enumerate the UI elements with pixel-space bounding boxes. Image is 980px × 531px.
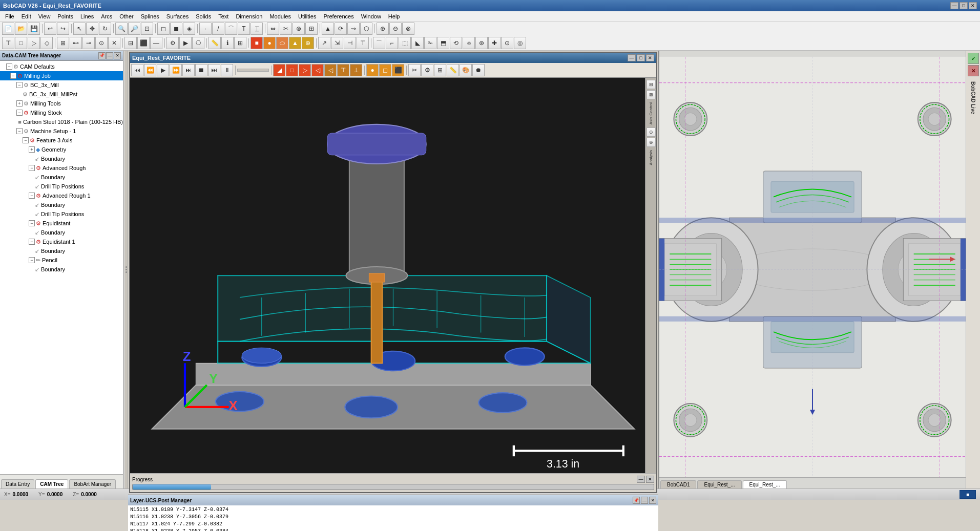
- tb-open[interactable]: 📂: [15, 23, 27, 35]
- sim-shade[interactable]: ●: [366, 64, 379, 76]
- tb2-info[interactable]: ℹ: [221, 37, 234, 49]
- menu-surfaces[interactable]: Surfaces: [163, 12, 192, 20]
- cam-tree-minimize-btn[interactable]: —: [106, 52, 113, 59]
- tb2-distribute[interactable]: ⊤: [357, 37, 369, 49]
- sim-record[interactable]: ⏺: [472, 64, 485, 76]
- tb-boolean-add[interactable]: ⊕: [377, 23, 389, 35]
- sim-view-right[interactable]: ▷: [299, 64, 311, 76]
- menu-points[interactable]: Points: [54, 12, 76, 20]
- tb-zoom-in[interactable]: 🔍: [115, 23, 128, 35]
- menu-file[interactable]: File: [2, 12, 17, 20]
- tree-bc3x-millpst[interactable]: ⚙ BC_3x_Mill_MillPst: [0, 90, 123, 99]
- tree-milling-tools-expand[interactable]: +: [16, 100, 23, 107]
- tab-cam-tree[interactable]: CAM Tree: [35, 479, 68, 488]
- nc-pin-btn[interactable]: 📌: [633, 497, 640, 504]
- tb2-simulate[interactable]: ▶: [179, 37, 192, 49]
- menu-modules[interactable]: Modules: [266, 12, 294, 20]
- tb-line[interactable]: /: [212, 23, 224, 35]
- menu-dimension[interactable]: Dimension: [233, 12, 265, 20]
- tb2-view-iso[interactable]: ◇: [40, 37, 53, 49]
- tb-mirror[interactable]: ⇔: [267, 23, 279, 35]
- tree-bc3x-mill-expand[interactable]: −: [16, 82, 23, 88]
- tree-machine-setup[interactable]: − ⚙ Machine Setup - 1: [0, 126, 123, 136]
- left-center-splitter[interactable]: [124, 51, 128, 488]
- tb2-deform[interactable]: ⌾: [463, 37, 475, 49]
- tb-shade[interactable]: ◼: [170, 23, 182, 35]
- tb2-view-side[interactable]: ▷: [28, 37, 40, 49]
- tb-render[interactable]: ◈: [183, 23, 195, 35]
- sim-fast-forward[interactable]: ⏭: [208, 64, 220, 76]
- tb-dim[interactable]: ⌶: [251, 23, 263, 35]
- sim-view-back[interactable]: ◁: [311, 64, 324, 76]
- tree-bc3x-mill[interactable]: − ⚙ BC_3x_Mill: [0, 80, 123, 90]
- sim-viewport[interactable]: X Z Y 3.13 in ⊞ ⊠ Axis Control ⊙ ⊚ An: [130, 78, 656, 473]
- menu-solids[interactable]: Solids: [193, 12, 214, 20]
- tree-adv-rough-expand[interactable]: −: [29, 165, 35, 171]
- tb2-scale[interactable]: ⇲: [331, 37, 343, 49]
- vp-tab-equi2[interactable]: Equi_Rest_...: [743, 480, 787, 488]
- tb-zoom-out[interactable]: 🔎: [128, 23, 140, 35]
- tb2-snap-grid[interactable]: ⊞: [57, 37, 69, 49]
- sim-view-left[interactable]: ◁: [324, 64, 337, 76]
- maximize-button[interactable]: □: [960, 2, 968, 9]
- tb2-view-front[interactable]: □: [15, 37, 27, 49]
- tb-wire[interactable]: ◻: [157, 23, 170, 35]
- tb-boolean-int[interactable]: ⊗: [402, 23, 414, 35]
- tree-milling-job-expand[interactable]: −: [10, 73, 16, 79]
- vp-tab-bobcad1[interactable]: BobCAD1: [660, 480, 696, 488]
- tb2-snap-end[interactable]: ⊷: [70, 37, 82, 49]
- tree-drill-tip-1[interactable]: ↙ Drill Tip Positions: [0, 182, 123, 191]
- sim-minimize-btn[interactable]: —: [628, 54, 636, 61]
- tree-milling-job[interactable]: − ⚙ Milling Job: [0, 71, 123, 80]
- tb2-solid-sph[interactable]: ●: [263, 37, 276, 49]
- sim-compare[interactable]: ⊞: [434, 64, 446, 76]
- progress-minimize[interactable]: —: [637, 476, 645, 483]
- nc-min-btn[interactable]: —: [641, 497, 648, 504]
- tree-milling-tools[interactable]: + ⚙ Milling Tools: [0, 99, 123, 108]
- tb2-snap-int[interactable]: ✕: [108, 37, 120, 49]
- sim-view-iso[interactable]: ◢: [273, 64, 285, 76]
- right-cad-viewport[interactable]: BobCAD1 Equi_Rest_... Equi_Rest_...: [659, 51, 966, 488]
- tree-boundary-6[interactable]: ↙ Boundary: [0, 265, 123, 274]
- menu-preferences[interactable]: Preferences: [320, 12, 357, 20]
- sim-close-btn[interactable]: ✕: [646, 54, 654, 61]
- tb2-shell[interactable]: ⬚: [399, 37, 411, 49]
- sim-forward-end[interactable]: ⏭: [182, 64, 195, 76]
- tb2-solid-cyl[interactable]: ⬭: [276, 37, 288, 49]
- sim-step-forward[interactable]: ⏩: [170, 64, 182, 76]
- rs-checkmark[interactable]: ✓: [968, 53, 979, 64]
- tb-rotate[interactable]: ↻: [99, 23, 111, 35]
- sim-cut-sim[interactable]: ✂: [408, 64, 421, 76]
- tree-equidistant-expand[interactable]: −: [29, 220, 35, 226]
- tree-boundary-4[interactable]: ↙ Boundary: [0, 228, 123, 237]
- cam-tree-pin-btn[interactable]: 📌: [98, 52, 106, 59]
- minimize-button[interactable]: —: [950, 2, 958, 9]
- sim-rewind-start[interactable]: ⏮: [131, 64, 143, 76]
- tb2-layer[interactable]: ⊟: [124, 37, 137, 49]
- rs-close[interactable]: ✕: [968, 65, 979, 76]
- tb-extrude[interactable]: ▲: [322, 23, 334, 35]
- nc-code-content[interactable]: N15115 X1.0189 Y-7.3147 Z-0.0374N15116 X…: [128, 505, 658, 531]
- tree-machine-setup-expand[interactable]: −: [16, 128, 23, 134]
- sim-wire[interactable]: ◻: [379, 64, 391, 76]
- sim-stop[interactable]: ⏹: [195, 64, 207, 76]
- tab-data-entry[interactable]: Data Entry: [1, 479, 34, 488]
- tb-undo[interactable]: ↩: [44, 23, 56, 35]
- vp-tab-equi1[interactable]: Equi_Rest_...: [697, 480, 741, 488]
- tb2-heal[interactable]: ✚: [488, 37, 501, 49]
- tree-boundary-2[interactable]: ↙ Boundary: [0, 173, 123, 182]
- menu-edit[interactable]: Edit: [18, 12, 34, 20]
- sim-step-back[interactable]: ⏪: [144, 64, 156, 76]
- sim-view-front[interactable]: □: [286, 64, 298, 76]
- tree-feature-3axis-expand[interactable]: −: [23, 137, 29, 143]
- menu-arcs[interactable]: Arcs: [98, 12, 115, 20]
- sim-timeline[interactable]: [237, 69, 269, 72]
- tb-revolve[interactable]: ⟳: [335, 23, 347, 35]
- tb-offset[interactable]: ⊜: [293, 23, 305, 35]
- tree-adv-rough-1-expand[interactable]: −: [29, 193, 35, 199]
- sim-render-mode[interactable]: ⬛: [392, 64, 404, 76]
- tb2-draft[interactable]: ◣: [411, 37, 424, 49]
- tb-redo[interactable]: ↪: [57, 23, 69, 35]
- menu-text[interactable]: Text: [215, 12, 232, 20]
- tree-boundary-1[interactable]: ↙ Boundary: [0, 154, 123, 163]
